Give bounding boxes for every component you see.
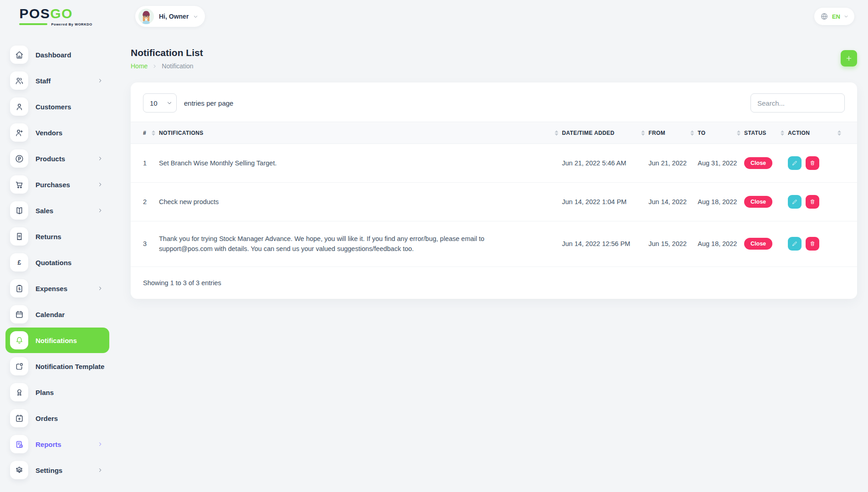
sidebar-item-settings[interactable]: Settings (5, 457, 109, 483)
brand-logo[interactable]: POSGO Powered By WORKDO (0, 7, 112, 26)
sidebar-item-plans[interactable]: Plans (5, 379, 109, 405)
svg-text:£: £ (17, 259, 21, 266)
logo-go-text: GO (50, 6, 73, 21)
delete-button[interactable] (806, 195, 819, 209)
status-badge[interactable]: Close (744, 238, 772, 250)
globe-icon (820, 12, 828, 20)
delete-button[interactable] (806, 156, 819, 170)
product-p-circle-icon (10, 149, 28, 168)
pencil-icon (791, 199, 798, 205)
add-notification-button[interactable] (841, 50, 857, 67)
sidebar-item-label: Vendors (36, 129, 62, 137)
chevron-right-icon (97, 156, 103, 161)
sort-arrows[interactable] (781, 130, 784, 136)
bell-icon (10, 331, 28, 349)
sort-arrows[interactable] (837, 130, 841, 136)
sort-arrows[interactable] (690, 130, 694, 136)
sidebar-item-calendar[interactable]: Calendar (5, 302, 109, 327)
user-avatar (138, 8, 154, 25)
table-row: 3 Thank you for trying Stock Manager Adv… (131, 221, 857, 267)
sales-book-icon (10, 201, 28, 220)
sidebar-item-label: Staff (36, 77, 51, 85)
breadcrumb-home-link[interactable]: Home (131, 62, 148, 70)
trash-icon (809, 160, 816, 166)
sidebar-item-orders[interactable]: Orders (5, 405, 109, 431)
to-date: Aug 18, 2022 (698, 221, 744, 267)
user-greeting: Hi, Owner (159, 13, 189, 20)
from-date: Jun 21, 2022 (648, 144, 698, 183)
page-title: Notification List (131, 47, 203, 58)
breadcrumb-current: Notification (162, 62, 193, 70)
sort-arrows[interactable] (555, 130, 558, 136)
trash-icon (809, 199, 816, 205)
chevron-right-icon (97, 441, 103, 447)
sidebar-item-purchases[interactable]: Purchases (5, 172, 109, 197)
table-summary: Showing 1 to 3 of 3 entries (131, 267, 857, 299)
entries-per-page-select[interactable]: 10 (143, 93, 177, 113)
table-row: 1 Set Branch Wise Monthly Selling Target… (131, 144, 857, 183)
row-number: 2 (131, 183, 159, 221)
customer-user-icon (10, 97, 28, 116)
sidebar-item-label: Purchases (36, 181, 70, 189)
sidebar-item-products[interactable]: Products (5, 146, 109, 171)
edit-button[interactable] (788, 156, 802, 170)
chevron-right-icon (152, 64, 157, 69)
column-header-label: STATUS (744, 130, 766, 136)
sidebar-item-notifications[interactable]: Notifications (5, 328, 109, 353)
entries-per-page-label: entries per page (184, 99, 233, 107)
sidebar-item-staff[interactable]: Staff (5, 68, 109, 93)
to-date: Aug 18, 2022 (698, 183, 744, 221)
sort-arrows[interactable] (152, 130, 155, 136)
notification-text: Check new products (159, 183, 562, 221)
sidebar-item-label: Notifications (36, 337, 77, 344)
notification-table: # NOTIFICATIONS DATE/TIME ADDED FROM TO … (131, 122, 857, 267)
sidebar-item-label: Products (36, 155, 65, 163)
column-header-label: DATE/TIME ADDED (562, 130, 614, 136)
column-header-label: ACTION (788, 130, 810, 136)
sidebar-item-expenses[interactable]: $ Expenses (5, 276, 109, 301)
sidebar-nav: Dashboard Staff Customers Vendors Produc… (0, 33, 112, 492)
edit-button[interactable] (788, 195, 802, 209)
sidebar-item-sales[interactable]: Sales (5, 198, 109, 223)
home-icon (10, 46, 28, 64)
language-selector[interactable]: EN (814, 8, 854, 25)
sidebar-item-notification-template[interactable]: Notification Template (5, 354, 109, 379)
status-badge[interactable]: Close (744, 196, 772, 208)
settings-gear-icon (10, 461, 28, 479)
datetime-added: Jun 21, 2022 5:46 AM (562, 144, 648, 183)
vendor-user-plus-icon (10, 123, 28, 142)
from-date: Jun 14, 2022 (648, 183, 698, 221)
table-header-row: # NOTIFICATIONS DATE/TIME ADDED FROM TO … (131, 122, 857, 144)
sidebar-item-returns[interactable]: Returns (5, 224, 109, 249)
status-badge[interactable]: Close (744, 157, 772, 169)
table-row: 2 Check new products Jun 14, 2022 1:04 P… (131, 183, 857, 221)
sidebar-item-reports[interactable]: Reports (5, 431, 109, 457)
main-content: Notification List Home Notification 10 (112, 33, 868, 492)
column-header-label: NOTIFICATIONS (159, 130, 204, 136)
sidebar-item-label: Expenses (36, 285, 67, 292)
sidebar-item-label: Reports (36, 441, 61, 448)
sidebar-item-label: Quotations (36, 259, 71, 266)
search-input[interactable] (751, 93, 845, 113)
breadcrumb: Home Notification (131, 62, 203, 70)
sidebar-item-label: Customers (36, 103, 71, 111)
plans-award-icon (10, 383, 28, 401)
sidebar-item-quotations[interactable]: £ Quotations (5, 250, 109, 275)
delete-button[interactable] (806, 237, 819, 251)
sidebar-item-label: Sales (36, 207, 53, 215)
chevron-right-icon (97, 78, 103, 83)
purchase-cart-icon (10, 175, 28, 194)
datetime-added: Jun 14, 2022 12:56 PM (562, 221, 648, 267)
user-menu[interactable]: Hi, Owner (135, 6, 205, 27)
notification-text: Set Branch Wise Monthly Selling Target. (159, 144, 562, 183)
chevron-right-icon (97, 182, 103, 187)
sidebar-item-customers[interactable]: Customers (5, 94, 109, 119)
to-date: Aug 31, 2022 (698, 144, 744, 183)
sort-arrows[interactable] (737, 130, 740, 136)
sidebar-item-vendors[interactable]: Vendors (5, 120, 109, 145)
sidebar-item-dashboard[interactable]: Dashboard (5, 42, 109, 67)
edit-button[interactable] (788, 237, 802, 251)
trash-icon (809, 241, 816, 247)
sort-arrows[interactable] (641, 130, 645, 136)
staff-users-icon (10, 72, 28, 90)
